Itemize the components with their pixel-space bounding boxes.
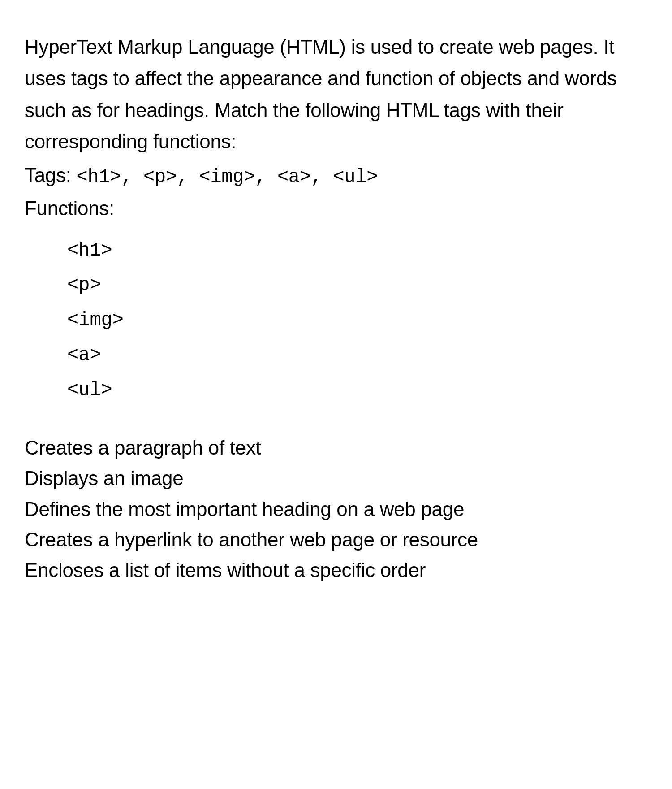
tags-label: Tags: bbox=[25, 164, 77, 186]
tag-inline-p: <p> bbox=[143, 166, 177, 188]
tag-list-item: <a> bbox=[67, 338, 647, 373]
comma: , bbox=[177, 166, 199, 188]
tag-inline-h1: <h1> bbox=[77, 166, 121, 188]
functions-label: Functions: bbox=[25, 193, 647, 224]
function-description: Creates a paragraph of text bbox=[25, 433, 647, 463]
comma: , bbox=[311, 166, 333, 188]
tag-inline-img: <img> bbox=[199, 166, 255, 188]
function-description: Creates a hyperlink to another web page … bbox=[25, 525, 647, 555]
tag-list-item: <ul> bbox=[67, 373, 647, 408]
tag-list-item: <p> bbox=[67, 268, 647, 303]
tag-inline-a: <a> bbox=[277, 166, 311, 188]
tag-list: <h1> <p> <img> <a> <ul> bbox=[67, 234, 647, 408]
tag-inline-ul: <ul> bbox=[333, 166, 378, 188]
comma: , bbox=[255, 166, 277, 188]
comma: , bbox=[121, 166, 143, 188]
tags-line: Tags: <h1>, <p>, <img>, <a>, <ul> bbox=[25, 161, 647, 191]
tag-list-item: <img> bbox=[67, 303, 647, 338]
function-description: Encloses a list of items without a speci… bbox=[25, 555, 647, 585]
tag-list-item: <h1> bbox=[67, 234, 647, 269]
function-description: Displays an image bbox=[25, 463, 647, 494]
functions-list: Creates a paragraph of text Displays an … bbox=[25, 433, 647, 585]
intro-paragraph: HyperText Markup Language (HTML) is used… bbox=[25, 31, 647, 158]
function-description: Defines the most important heading on a … bbox=[25, 494, 647, 525]
